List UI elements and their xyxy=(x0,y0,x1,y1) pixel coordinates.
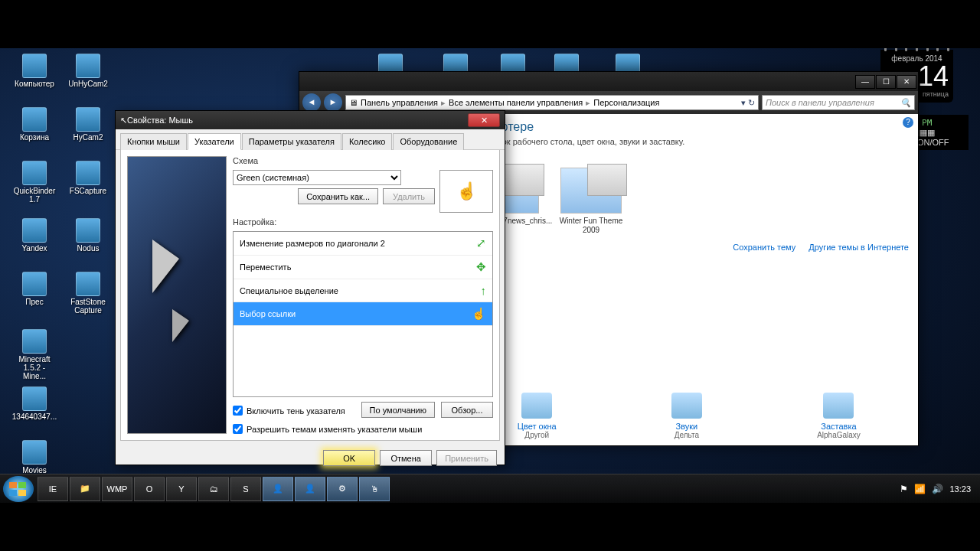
tab[interactable]: Кнопки мыши xyxy=(120,133,187,150)
more-themes-link[interactable]: Другие темы в Интернете xyxy=(808,243,909,252)
apply-button[interactable]: Применить xyxy=(436,450,497,466)
taskbar-button[interactable]: S xyxy=(230,477,261,501)
cursor-icon: ↖ xyxy=(120,116,127,126)
volume-icon[interactable]: 🔊 xyxy=(932,484,943,494)
minimize-button[interactable]: — xyxy=(855,75,875,89)
cursor-sample: ☝ xyxy=(439,170,493,213)
help-icon[interactable]: ? xyxy=(903,117,913,128)
delete-button[interactable]: Удалить xyxy=(383,188,435,204)
taskbar-button[interactable]: ⚙ xyxy=(327,477,358,501)
dialog-titlebar[interactable]: ↖ Свойства: Мышь ✕ xyxy=(116,111,505,129)
default-button[interactable]: По умолчанию xyxy=(361,402,435,418)
taskbar-clock[interactable]: 13:23 xyxy=(949,484,971,494)
taskbar-button[interactable]: 👤 xyxy=(263,477,293,501)
cursor-list[interactable]: Изменение размеров по диагонали 2⤢Переме… xyxy=(233,231,493,397)
cursor-row[interactable]: Переместить✥ xyxy=(234,256,492,279)
tab[interactable]: Указатели xyxy=(188,133,241,150)
desktop-icon[interactable]: Nodus xyxy=(65,218,111,253)
forward-button[interactable]: ► xyxy=(324,93,342,112)
desktop-icon[interactable]: UnHyCam2 xyxy=(65,54,111,88)
desktop-icon[interactable]: Корзина xyxy=(11,107,57,142)
theme-item[interactable]: Winter Fun Theme 2009 xyxy=(557,168,626,235)
desktop-icon[interactable]: 134640347... xyxy=(11,386,57,421)
save-as-button[interactable]: Сохранить как... xyxy=(298,188,378,204)
scheme-label: Схема xyxy=(233,156,493,165)
desktop: КомпьютерUnHyCam2КорзинаHyCam2QuickBinde… xyxy=(0,0,980,551)
taskbar-button[interactable]: WMP xyxy=(102,477,132,501)
network-icon[interactable]: 📶 xyxy=(914,484,926,494)
tab[interactable]: Оборудование xyxy=(393,133,464,150)
shadow-checkbox[interactable]: Включить тень указателя xyxy=(233,406,345,416)
hand-icon: ☝ xyxy=(456,181,477,201)
system-tray[interactable]: ⚑ 📶 🔊 13:23 xyxy=(893,484,977,494)
taskbar-button[interactable]: 🖱 xyxy=(359,477,390,501)
save-theme-link[interactable]: Сохранить тему xyxy=(733,243,795,252)
cursor-row[interactable]: Изменение размеров по диагонали 2⤢ xyxy=(234,232,492,256)
allow-themes-checkbox[interactable]: Разрешить темам изменять указатели мыши xyxy=(233,424,493,434)
cursor-preview xyxy=(127,156,227,434)
cursor-row[interactable]: Специальное выделение↑ xyxy=(234,279,492,302)
taskbar-button[interactable]: O xyxy=(134,477,165,501)
start-button[interactable] xyxy=(3,476,34,502)
taskbar: IE📁WMPOY🗂S👤👤⚙🖱 ⚑ 📶 🔊 13:23 xyxy=(0,474,980,503)
taskbar-button[interactable]: 🗂 xyxy=(198,477,229,501)
desktop-icon[interactable]: Yandex xyxy=(11,218,57,253)
ok-button[interactable]: OK xyxy=(323,450,375,466)
desktop-icon[interactable]: QuickBinder 1.7 xyxy=(11,161,57,204)
desktop-icon[interactable]: Movies xyxy=(11,440,57,474)
customize-label: Настройка: xyxy=(233,217,493,227)
close-button[interactable]: ✕ xyxy=(468,113,500,127)
desktop-icon[interactable]: FastStone Capture xyxy=(65,272,111,315)
explorer-titlebar[interactable]: — ☐ ✕ xyxy=(299,72,918,91)
personalization-option[interactable]: ЗвукиДельта xyxy=(671,393,702,439)
tab[interactable]: Параметры указателя xyxy=(242,133,341,150)
taskbar-button[interactable]: Y xyxy=(166,477,197,501)
desktop-icon[interactable]: FSCapture xyxy=(65,161,111,195)
cursor-row[interactable]: Выбор ссылки☝ xyxy=(234,302,492,326)
taskbar-button[interactable]: 👤 xyxy=(295,477,325,501)
desktop-icon[interactable]: Прес xyxy=(11,272,57,306)
breadcrumb[interactable]: Персонализация xyxy=(593,98,659,107)
close-button[interactable]: ✕ xyxy=(897,75,916,89)
maximize-button[interactable]: ☐ xyxy=(876,75,896,89)
address-bar[interactable]: 🖥 Панель управления▸ Все элементы панели… xyxy=(345,95,759,110)
search-input[interactable]: Поиск в панели управления🔍 xyxy=(762,95,915,110)
breadcrumb[interactable]: Панель управления xyxy=(361,98,438,107)
dialog-title: Свойства: Мышь xyxy=(127,116,193,125)
personalization-option[interactable]: ЗаставкаAlphaGalaxy xyxy=(817,393,861,439)
taskbar-button[interactable]: 📁 xyxy=(70,477,100,501)
cancel-button[interactable]: Отмена xyxy=(380,450,432,466)
scheme-select[interactable]: Green (системная) xyxy=(233,170,401,185)
taskbar-button[interactable]: IE xyxy=(38,477,68,501)
desktop-icon[interactable]: Компьютер xyxy=(11,54,57,88)
back-button[interactable]: ◄ xyxy=(302,93,321,112)
mouse-properties-dialog: ↖ Свойства: Мышь ✕ Кнопки мышиУказателиП… xyxy=(115,110,505,465)
browse-button[interactable]: Обзор... xyxy=(441,402,493,418)
flag-icon[interactable]: ⚑ xyxy=(900,484,908,494)
desktop-icon[interactable]: HyCam2 xyxy=(65,107,111,142)
desktop-icon[interactable]: Minecraft 1.5.2 - Mine... xyxy=(11,329,57,380)
personalization-option[interactable]: Цвет окнаДругой xyxy=(518,393,557,439)
breadcrumb[interactable]: Все элементы панели управления xyxy=(449,98,583,107)
tab[interactable]: Колесико xyxy=(342,133,393,150)
